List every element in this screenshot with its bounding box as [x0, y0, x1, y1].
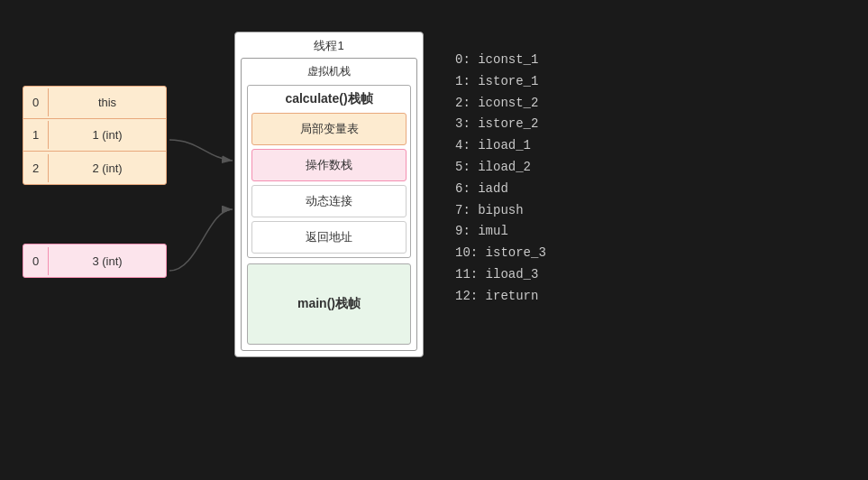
main-frame-title: main()栈帧 [297, 296, 361, 312]
arrows-svg [0, 0, 868, 480]
local-vars-row-1: 1 1 (int) [23, 119, 166, 152]
local-vars-section: 局部变量表 [251, 113, 407, 145]
row-index-0: 0 [23, 88, 49, 116]
bytecode-line-0: 0: iconst_1 [455, 50, 546, 71]
main-frame: main()栈帧 [247, 263, 411, 345]
calc-frame-title: calculate()栈帧 [251, 89, 407, 109]
jvm-stack-box: 虚拟机栈 calculate()栈帧 局部变量表 操作数栈 动态连接 返回地址 … [241, 58, 417, 351]
local-vars-row-0: 0 this [23, 87, 166, 119]
bytecode-line-11: 12: ireturn [455, 286, 546, 308]
row-value-2: 2 (int) [49, 154, 166, 182]
bytecode-line-10: 11: iload_3 [455, 264, 546, 286]
bytecode-panel: 0: iconst_1 1: istore_1 2: iconst_2 3: i… [455, 50, 546, 308]
bytecode-line-6: 6: iadd [455, 179, 546, 200]
bytecode-line-4: 4: iload_1 [455, 135, 546, 157]
thread-container: 线程1 虚拟机栈 calculate()栈帧 局部变量表 操作数栈 动态连接 返… [234, 32, 424, 357]
calc-frame: calculate()栈帧 局部变量表 操作数栈 动态连接 返回地址 [247, 85, 411, 258]
local-vars-box: 0 this 1 1 (int) 2 2 (int) [23, 86, 167, 185]
bytecode-line-7: 7: bipush [455, 200, 546, 222]
bytecode-line-5: 5: iload_2 [455, 157, 546, 179]
bytecode-line-1: 1: istore_1 [455, 71, 546, 93]
bytecode-line-2: 2: iconst_2 [455, 93, 546, 115]
local-vars-row-2: 2 2 (int) [23, 152, 166, 184]
thread-label: 线程1 [241, 38, 417, 54]
bytecode-line-8: 9: imul [455, 221, 546, 243]
operand-row-0: 0 3 (int) [23, 245, 166, 277]
operand-value-0: 3 (int) [49, 247, 166, 275]
row-value-0: this [49, 88, 166, 116]
main-container: 0 this 1 1 (int) 2 2 (int) 0 3 (int) 线程1… [0, 0, 868, 480]
return-addr-section: 返回地址 [251, 221, 407, 254]
operand-index-0: 0 [23, 247, 49, 275]
row-index-2: 2 [23, 154, 49, 182]
operand-stack-section: 操作数栈 [251, 149, 407, 181]
dynamic-link-section: 动态连接 [251, 185, 407, 217]
operand-box: 0 3 (int) [23, 244, 167, 278]
jvm-stack-label: 虚拟机栈 [247, 64, 411, 79]
bytecode-line-3: 3: istore_2 [455, 114, 546, 135]
bytecode-line-9: 10: istore_3 [455, 243, 546, 264]
row-value-1: 1 (int) [49, 121, 166, 149]
row-index-1: 1 [23, 121, 49, 149]
